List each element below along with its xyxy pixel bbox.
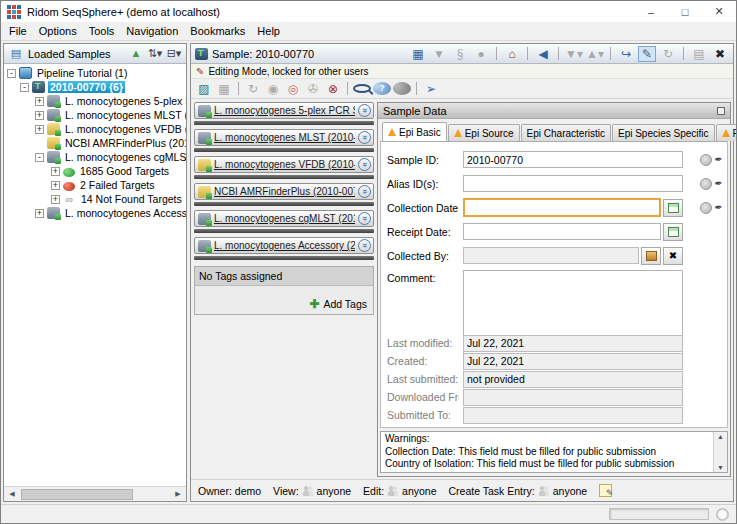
tree-item-vfdb[interactable]: + L. monocytogenes VFDB (2010-00770)	[4, 122, 186, 136]
spring-icon[interactable]: §	[451, 46, 469, 62]
menu-tools[interactable]: Tools	[83, 23, 121, 39]
close-view-icon[interactable]: ✖	[711, 46, 729, 62]
sphere-gray-icon[interactable]: ◉	[264, 81, 282, 97]
signature-pen-icon[interactable]: ✒	[715, 202, 723, 213]
reload-icon[interactable]: ↻	[659, 46, 677, 62]
edit-mode-toggle-icon[interactable]: ✎	[638, 46, 656, 62]
scroll-up-icon[interactable]: ▲	[717, 433, 724, 440]
attachment-icon[interactable]: ✇	[304, 81, 322, 97]
warnings-text: Warnings:Collection Date: This field mus…	[381, 432, 713, 472]
tree-expander[interactable]: +	[51, 181, 60, 190]
reprocess-icon[interactable]: ↻	[244, 81, 262, 97]
tab-epi-basic[interactable]: Epi Basic	[382, 122, 447, 141]
tab-epi-characteristic[interactable]: Epi Characteristic	[521, 124, 611, 141]
tree-item-5plex-pcr[interactable]: + L. monocytogenes 5-plex PCR Serogroup …	[4, 94, 186, 108]
tree-expander[interactable]: +	[51, 167, 60, 176]
task-entry-icon	[198, 213, 211, 225]
next-sample-down-icon[interactable]: ▼▾	[565, 46, 583, 62]
tree-expander[interactable]: +	[35, 125, 44, 134]
edit-permissions-icon[interactable]	[599, 484, 612, 497]
warnings-scrollbar[interactable]: ▲ ▼	[713, 432, 727, 472]
tree-expander[interactable]: +	[35, 209, 44, 218]
task-entry-5plex-pcr[interactable]: L. monocytogenes 5-plex PCR Sero... »	[194, 102, 374, 119]
menu-options[interactable]: Options	[33, 23, 83, 39]
tree-item-amrfinderplus[interactable]: NCBI AMRFinderPlus (2010-00770)	[4, 136, 186, 150]
close-button[interactable]: ✕	[702, 1, 736, 22]
tree-item-mlst[interactable]: + L. monocytogenes MLST (2010-00770)	[4, 108, 186, 122]
title-bar: Ridom SeqSphere+ (demo at localhost) – □…	[1, 1, 736, 22]
collapse-all-icon[interactable]: ⊟▾	[166, 46, 182, 62]
signature-pen-icon[interactable]: ✒	[715, 154, 723, 165]
calendar-button[interactable]	[663, 223, 683, 241]
tree-expander[interactable]: +	[51, 195, 60, 204]
receipt-date-input[interactable]	[463, 223, 661, 240]
next-sample-up-icon[interactable]: ▲▾	[586, 46, 604, 62]
calendar-button[interactable]	[663, 199, 683, 217]
sort-order-icon[interactable]: ⇅▾	[147, 46, 163, 62]
target-icon[interactable]: ◎	[284, 81, 302, 97]
scroll-down-icon[interactable]: ▼	[717, 464, 724, 471]
tree-expander[interactable]: +	[35, 97, 44, 106]
import-samples-icon[interactable]: ▲	[128, 46, 144, 62]
export-image-icon[interactable]: ▨	[195, 81, 213, 97]
tree-item-good-targets[interactable]: + 1685 Good Targets	[4, 164, 186, 178]
tree-horizontal-scrollbar[interactable]: ◀ ▶	[4, 486, 186, 501]
save-icon[interactable]: ▤	[690, 46, 708, 62]
goto-icon[interactable]: ↪	[617, 46, 635, 62]
expand-chevron-icon[interactable]: »	[358, 104, 371, 117]
task-entry-cgmlst[interactable]: L. monocytogenes cgMLST (2010-00... »	[194, 210, 374, 227]
add-tags-button[interactable]: ✚ Add Tags	[309, 297, 367, 311]
expand-chevron-icon[interactable]: »	[358, 212, 371, 225]
expand-chevron-icon[interactable]: »	[358, 158, 371, 171]
web-icon[interactable]	[393, 82, 411, 95]
filter-icon[interactable]: ▼	[430, 46, 448, 62]
search-icon[interactable]	[353, 84, 371, 93]
menu-navigation[interactable]: Navigation	[120, 23, 184, 39]
minimize-button[interactable]: –	[634, 1, 668, 22]
tab-epi-source[interactable]: Epi Source	[448, 124, 520, 141]
tree-expander[interactable]: -	[7, 69, 16, 78]
scrollbar-thumb[interactable]	[21, 489, 133, 500]
tree-item-accessory[interactable]: + L. monocytogenes Accessory (2010-00770…	[4, 206, 186, 220]
signature-pen-icon[interactable]: ✒	[715, 178, 723, 189]
task-entry-accessory[interactable]: L. monocytogenes Accessory (2010... »	[194, 237, 374, 254]
tree-item-not-found-targets[interactable]: + ∞ 14 Not Found Targets	[4, 192, 186, 206]
tab-procedure[interactable]: Procedure	[716, 124, 737, 141]
tree-item-sample-2010-00770[interactable]: - 2010-00770 {6}	[4, 80, 186, 94]
scroll-right-icon[interactable]: ▶	[171, 490, 185, 498]
task-entry-amrfinderplus[interactable]: NCBI AMRFinderPlus (2010-00770) »	[194, 183, 374, 200]
tree-item-icon	[19, 67, 32, 79]
menu-file[interactable]: File	[3, 23, 33, 39]
back-icon[interactable]: ◀	[534, 46, 552, 62]
delete-sample-icon[interactable]: ⊗	[324, 81, 342, 97]
alias-id-input[interactable]	[463, 175, 683, 192]
expand-chevron-icon[interactable]: »	[358, 131, 371, 144]
maximize-button[interactable]: □	[668, 1, 702, 22]
clear-collected-by-button[interactable]: ✖	[663, 247, 683, 265]
menu-bookmarks[interactable]: Bookmarks	[184, 23, 251, 39]
expand-chevron-icon[interactable]: »	[358, 239, 371, 252]
home-icon[interactable]: ⌂	[503, 46, 521, 62]
menu-help[interactable]: Help	[251, 23, 286, 39]
tree-expander[interactable]: +	[35, 111, 44, 120]
submit-icon[interactable]: ➢	[422, 81, 440, 97]
table-history-icon[interactable]: ▦	[215, 81, 233, 97]
detach-panel-icon[interactable]	[717, 107, 725, 115]
tree-item-pipeline-tutorial[interactable]: - Pipeline Tutorial (1)	[4, 66, 186, 80]
task-entry-vfdb[interactable]: L. monocytogenes VFDB (2010-00770) »	[194, 156, 374, 173]
scroll-left-icon[interactable]: ◀	[5, 490, 19, 498]
expand-chevron-icon[interactable]: »	[358, 185, 371, 198]
tree-expander[interactable]: -	[35, 153, 44, 162]
tree-item-failed-targets[interactable]: + 2 Failed Targets	[4, 178, 186, 192]
tree-expander[interactable]	[35, 139, 44, 148]
tree-item-cgmlst[interactable]: - L. monocytogenes cgMLST (2010-00770)	[4, 150, 186, 164]
web-lookup-icon[interactable]: ?	[373, 82, 391, 95]
sample-id-input[interactable]	[463, 151, 683, 168]
tree-expander[interactable]: -	[20, 83, 29, 92]
task-entry-mlst[interactable]: L. monocytogenes MLST (2010-00770) »	[194, 129, 374, 146]
sphere-icon[interactable]: ●	[472, 46, 490, 62]
tab-epi-species-specific[interactable]: Epi Species Specific	[612, 124, 715, 141]
collection-date-input[interactable]	[463, 198, 661, 217]
address-book-button[interactable]	[641, 247, 661, 265]
table-view-icon[interactable]: ▦	[409, 46, 427, 62]
